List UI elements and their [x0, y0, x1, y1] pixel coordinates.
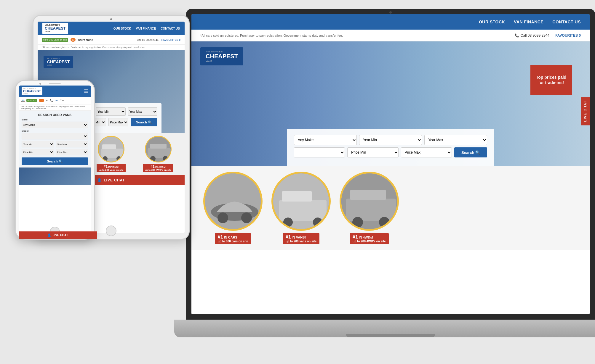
- tablet-logo-sub: VANS: [45, 30, 66, 33]
- tablet-nav-contact[interactable]: CONTACT US: [161, 27, 180, 30]
- laptop-call-text: Call 03 9099 2944: [521, 33, 549, 38]
- phone-live-chat-text: LIVE CHAT: [52, 233, 68, 234]
- tablet-call-fav: Call 03 9099 2944 FAVOURITES 0: [137, 38, 180, 41]
- svg-point-27: [163, 156, 168, 161]
- laptop-car-circle-3: [340, 172, 399, 231]
- phone-live-chat[interactable]: 👤 LIVE CHAT: [19, 231, 91, 234]
- phone-live-chat-icon: 👤: [47, 233, 51, 234]
- laptop-make-select[interactable]: Any Make: [294, 135, 357, 145]
- phone-vans-badge: up to 200: [26, 99, 37, 102]
- svg-point-8: [313, 218, 322, 227]
- tablet-sign: MELBOURNE'S CHEAPEST VANS: [44, 56, 73, 68]
- laptop-badge-label-3: #1 IN 4WDs! up to 200 4WD's on site: [350, 233, 389, 244]
- phone-model-select[interactable]: [22, 133, 88, 139]
- phone-price-row: Price Min Price Max: [22, 149, 88, 155]
- laptop-car-circle-1: [203, 172, 263, 231]
- tablet-live-chat-icon: 👤: [97, 178, 102, 182]
- building-sign-top: MELBOURNE'S: [206, 50, 238, 53]
- phone-nav: MELBOURNE'S CHEAPEST VANS ☰: [19, 86, 91, 97]
- laptop-year-min-select[interactable]: Year Min: [359, 135, 422, 145]
- phone-make-label: Make: [22, 118, 88, 121]
- laptop-badge-vans: #1 IN VANS! up to 200 vans on site: [271, 172, 331, 244]
- laptop-price-max-select[interactable]: Price Max: [401, 147, 452, 157]
- laptop-badge-label-2: #1 IN VANS! up to 200 vans on site: [283, 233, 319, 244]
- tablet-nav-finance[interactable]: VAN FINANCE: [136, 27, 156, 30]
- tablet-logo: MELBOURNE'S CHEAPEST VANS: [42, 23, 68, 34]
- laptop-nav-link-finance[interactable]: VAN FINANCE: [514, 20, 543, 24]
- laptop-sub-bar: *All cars sold unregistered. Purchaser t…: [191, 30, 590, 41]
- tablet-badge-4wd: #1 IN 4WDs! up to 200 4WD's on site: [136, 136, 180, 172]
- phone-van-icon: 🚐: [21, 99, 25, 102]
- laptop-year-max-select[interactable]: Year Max: [424, 135, 487, 145]
- phone-frame: MELBOURNE'S CHEAPEST VANS ☰ 🚐 up to 200 …: [15, 80, 95, 240]
- laptop-model-select[interactable]: [294, 147, 345, 157]
- laptop-search-box: Any Make Year Min Year Max: [287, 129, 494, 166]
- tablet-circle-3: [145, 136, 172, 162]
- tablet-badge-vans: #1 IN VANS! up to 200 vans on site: [89, 136, 134, 172]
- laptop-nav-link-contact[interactable]: CONTACT US: [552, 20, 581, 24]
- tablet-disclaimer: *All cars sold unregistered. Purchaser t…: [38, 45, 185, 50]
- tablet-camera: [110, 18, 112, 20]
- phone-sub-bar: 🚐 up to 200 12 12 📞 Call ♡ 0: [19, 97, 91, 104]
- tablet-circle-2: [98, 136, 124, 162]
- tablet-logo-main: CHEAPEST: [45, 26, 66, 30]
- phone-year-min[interactable]: Year Min: [22, 141, 54, 147]
- tablet-home-btn[interactable]: [106, 226, 116, 236]
- tablet-vans-badge: up to 200 Vans on-site: [42, 38, 68, 42]
- laptop-fav[interactable]: FAVOURITES 0: [555, 33, 581, 38]
- phone-logo: MELBOURNE'S CHEAPEST VANS: [22, 87, 42, 95]
- laptop-search-button[interactable]: Search 🔍: [454, 147, 487, 157]
- laptop-building-sign: MELBOURNE'S CHEAPEST VANS: [200, 47, 243, 65]
- phone-year-max[interactable]: Year Max: [56, 141, 88, 147]
- tablet-badge-label-2: #1 IN VANS! up to 200 vans on site: [97, 164, 126, 172]
- laptop-badge-cars: #1 IN CARS! up to 600 cars on site: [203, 172, 263, 244]
- svg-rect-10: [346, 199, 396, 221]
- phone-call[interactable]: 📞 Call: [50, 99, 58, 102]
- phone-price-max[interactable]: Price Max: [56, 149, 88, 155]
- laptop-nav-link-stock[interactable]: OUR STOCK: [479, 20, 505, 24]
- laptop-camera: [389, 11, 392, 14]
- building-sign-main: CHEAPEST: [206, 53, 238, 60]
- phone-screen: MELBOURNE'S CHEAPEST VANS ☰ 🚐 up to 200 …: [19, 86, 91, 234]
- phone-fav[interactable]: ♡ 0: [60, 99, 64, 102]
- tablet-year-min[interactable]: Year Min: [96, 107, 125, 116]
- building-sign-sub: VANS: [206, 60, 238, 62]
- svg-point-2: [217, 212, 228, 223]
- svg-rect-11: [350, 190, 386, 200]
- laptop-badge-4wd: #1 IN 4WDs! up to 200 4WD's on site: [340, 172, 399, 244]
- svg-point-21: [103, 156, 108, 161]
- tablet-fav[interactable]: FAVOURITES 0: [161, 38, 180, 41]
- tablet-price-max[interactable]: Price Max: [108, 118, 128, 126]
- svg-rect-25: [150, 144, 167, 149]
- phone-device: MELBOURNE'S CHEAPEST VANS ☰ 🚐 up to 200 …: [15, 80, 95, 240]
- laptop-screen: OUR STOCK VAN FINANCE CONTACT US *All ca…: [191, 14, 590, 314]
- laptop-price-min-select[interactable]: Price Min: [347, 147, 398, 157]
- phone-make-select[interactable]: Any Make: [22, 122, 88, 128]
- phone-search-button[interactable]: Search 🔍: [22, 157, 88, 165]
- tablet-year-max[interactable]: Year Max: [128, 107, 157, 116]
- laptop-live-chat[interactable]: LIVE CHAT: [581, 97, 590, 125]
- laptop-bottom-section: #1 IN CARS! up to 600 cars on site #1 IN…: [191, 166, 590, 250]
- laptop-car-circle-2: [271, 172, 331, 231]
- laptop-badge-label-1: #1 IN CARS! up to 600 cars on site: [215, 233, 251, 244]
- scene: OUR STOCK VAN FINANCE CONTACT US *All ca…: [0, 0, 595, 364]
- svg-rect-5: [279, 200, 327, 221]
- phone-hamburger-icon[interactable]: ☰: [84, 88, 88, 94]
- svg-point-13: [379, 217, 390, 228]
- phone-disclaimer: *All cars sold unregistered. Purchaser t…: [19, 104, 91, 111]
- tablet-call[interactable]: Call 03 9099 2944: [137, 38, 159, 41]
- phone-logo-main: CHEAPEST: [23, 89, 41, 93]
- laptop-hero: MELBOURNE'S CHEAPEST VANS Top prices pai…: [191, 41, 590, 166]
- laptop-body: OUR STOCK VAN FINANCE CONTACT US *All ca…: [186, 9, 595, 320]
- laptop-trade-badge: Top prices paid for trade-ins!: [530, 65, 572, 95]
- tablet-nav-stock[interactable]: OUR STOCK: [113, 27, 131, 30]
- phone-search-section: SEARCH USED VANS Make Any Make Model Yea…: [19, 111, 91, 167]
- laptop-call[interactable]: 📞 Call 03 9099 2944: [515, 33, 549, 38]
- phone-users-badge: 12: [39, 99, 44, 102]
- tablet-search-btn[interactable]: Search 🔍: [131, 118, 157, 126]
- tablet-sub-bar: up to 200 Vans on-site 12 Users online C…: [38, 35, 185, 45]
- laptop-nav: OUR STOCK VAN FINANCE CONTACT US: [191, 14, 590, 30]
- phone-hero-strip: [19, 167, 91, 185]
- phone-price-min[interactable]: Price Min: [22, 149, 54, 155]
- svg-point-22: [116, 156, 121, 161]
